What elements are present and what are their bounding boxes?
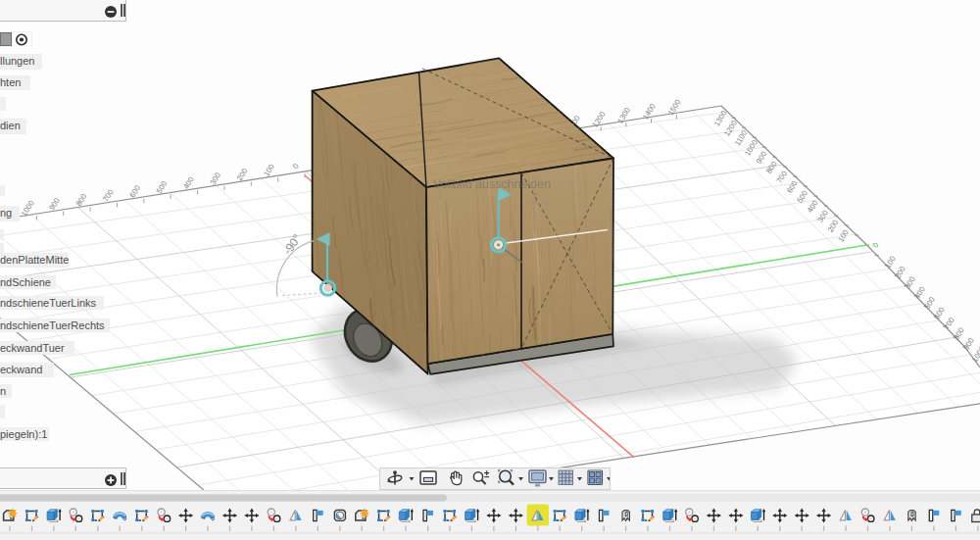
- svg-text:Vollbild ausschneiden: Vollbild ausschneiden: [433, 177, 551, 191]
